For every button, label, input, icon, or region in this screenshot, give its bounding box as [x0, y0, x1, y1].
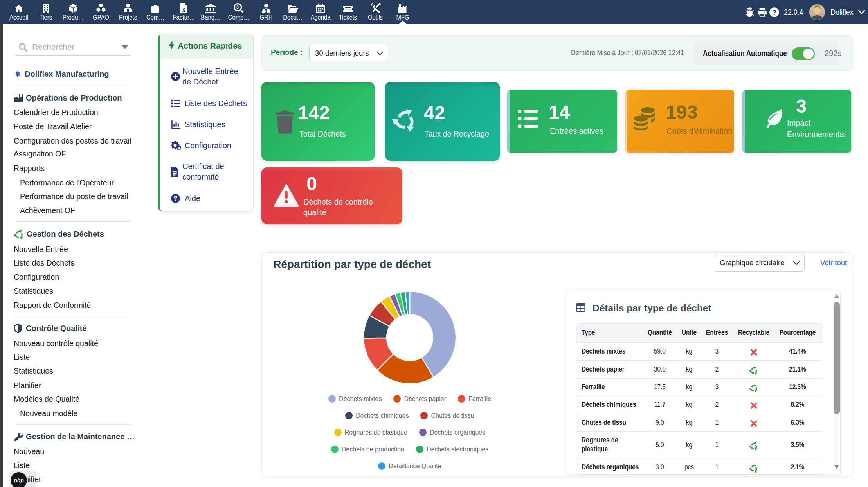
svg-text:?: ? [772, 8, 776, 16]
svg-text:?: ? [173, 195, 177, 202]
